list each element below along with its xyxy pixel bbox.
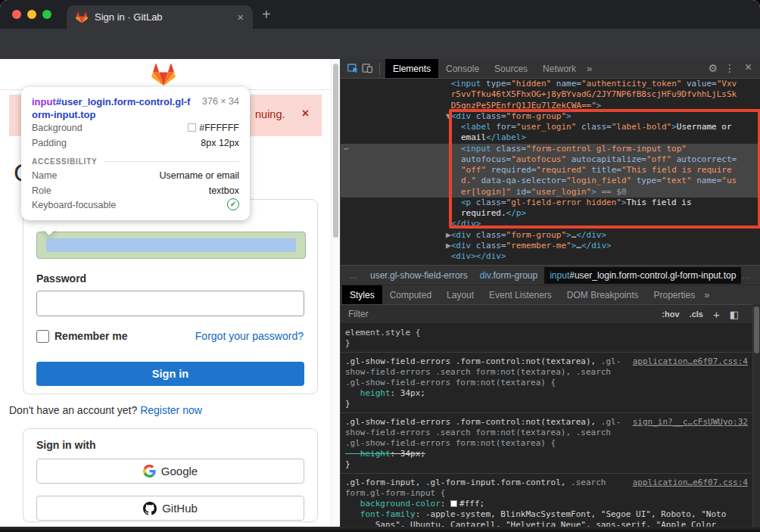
- css-rule-line: }: [345, 399, 752, 409]
- code-segment: form.gl-form-input {: [345, 488, 445, 498]
- devtools-tab-elements[interactable]: Elements: [385, 59, 438, 78]
- code-segment: .gl-show-field-errors .form-control:not(…: [345, 417, 601, 427]
- google-signin-button[interactable]: Google: [36, 459, 304, 484]
- code-segment: <input: [341, 79, 486, 89]
- css-rule[interactable]: .gl-form-input, .gl-form-input.form-cont…: [341, 474, 752, 527]
- username-input-inspect-highlight[interactable]: [36, 232, 306, 259]
- code-segment: </div>: [576, 230, 606, 240]
- css-rule[interactable]: .gl-show-field-errors .form-control:not(…: [341, 353, 752, 413]
- element-style-close: }: [345, 338, 752, 349]
- devtools-tab-console[interactable]: Console: [438, 59, 487, 78]
- dom-tree-line[interactable]: <input type="hidden" name="authenticity_…: [341, 79, 760, 89]
- styles-toggles: :hov .cls + ◧: [662, 308, 752, 321]
- styles-tab-computed[interactable]: Computed: [382, 285, 439, 305]
- breadcrumb-part: #user_login.form-control.gl-form-input.t…: [569, 270, 736, 281]
- styles-tab-layout[interactable]: Layout: [439, 285, 481, 305]
- styles-tab-styles[interactable]: Styles: [342, 285, 382, 305]
- stylesheet-source-link[interactable]: application…e6f07.css:4: [633, 356, 748, 367]
- tab-strip: Sign in · GitLab × +: [0, 0, 760, 29]
- property-label: Padding: [32, 136, 67, 151]
- gitlab-favicon-icon: [76, 11, 88, 23]
- settings-gear-icon[interactable]: ⚙: [708, 62, 718, 74]
- devtools-tab-sources[interactable]: Sources: [487, 59, 535, 78]
- code-segment: #fff;: [459, 499, 484, 509]
- traffic-light-minimize-button[interactable]: [27, 10, 36, 19]
- css-rule[interactable]: .gl-show-field-errors .form-control:not(…: [341, 413, 752, 474]
- toggle-hov[interactable]: :hov: [662, 310, 679, 319]
- accessibility-label: Name: [32, 169, 57, 184]
- styles-tab-event-listeners[interactable]: Event Listeners: [481, 285, 559, 305]
- node-overflow-dots-icon[interactable]: ⋯: [344, 144, 350, 154]
- more-tabs-icon[interactable]: »: [587, 63, 592, 74]
- toggle-cls[interactable]: .cls: [690, 310, 703, 319]
- browser-tab[interactable]: Sign in · GitLab ×: [67, 5, 253, 29]
- dom-tree-line[interactable]: ▶<div class="form-group">…</div>: [341, 230, 760, 241]
- code-segment: name=: [556, 79, 581, 89]
- register-text: Don't have an account yet?: [9, 404, 140, 416]
- breadcrumb-item[interactable]: …: [344, 267, 363, 284]
- devtools-panel: ElementsConsoleSourcesNetwork » ⚙ ⋮ × <i…: [340, 59, 760, 527]
- github-signin-button[interactable]: GitHub: [36, 496, 304, 521]
- dom-tree-line[interactable]: ▶<div class="remember-me">…</div>: [341, 241, 760, 251]
- styles-tab-dom-breakpoints[interactable]: DOM Breakpoints: [559, 285, 646, 305]
- alert-close-icon[interactable]: ×: [302, 107, 309, 120]
- color-swatch[interactable]: [450, 500, 457, 507]
- code-segment: show-field-errors .search form:not(texta…: [345, 428, 611, 437]
- device-toolbar-icon[interactable]: [361, 62, 374, 75]
- remember-me-checkbox[interactable]: [36, 330, 49, 343]
- css-rule-line: .gl-show-field-errors form:not(textarea)…: [345, 378, 752, 388]
- alert-text-fragment: nuing.: [255, 108, 285, 120]
- tooltip-title: input#user_login.form-control.gl-form-in…: [32, 95, 239, 121]
- breadcrumb-overflow-icon[interactable]: …: [742, 270, 757, 281]
- stylesheet-source-link[interactable]: application…e6f07.css:4: [633, 478, 748, 488]
- devtools-menu-icon[interactable]: ⋮: [724, 62, 735, 74]
- styles-more-tabs-icon[interactable]: »: [704, 289, 709, 300]
- code-segment: >: [566, 230, 572, 240]
- breadcrumb-item[interactable]: div.form-group: [475, 267, 543, 284]
- element-style-open: element.style {: [345, 328, 752, 338]
- forgot-password-link[interactable]: Forgot your password?: [195, 330, 304, 342]
- code-segment: <div: [451, 230, 476, 240]
- css-rule-line: show-field-errors .search form:not(texta…: [345, 367, 752, 378]
- sidebar-panel-icon[interactable]: ◧: [730, 309, 739, 320]
- stylesheet-source-link[interactable]: sign_in?__c…cFsUWUyo:32: [633, 417, 748, 428]
- traffic-light-close-button[interactable]: [12, 10, 21, 19]
- page-scrollbar-thumb[interactable]: [333, 64, 338, 238]
- dom-tree-line[interactable]: r5vvTfku46tX5FhxOG+j8yBYvadG/2JY7NP6fB8s…: [341, 89, 760, 100]
- section-divider: [104, 161, 239, 162]
- code-segment: Sans", Ubuntu, Cantarell, "Helvetica Neu…: [345, 520, 716, 527]
- tab-title: Sign in · GitLab: [95, 11, 237, 23]
- code-segment: .gl-: [601, 417, 621, 427]
- styles-filter-bar: Filter :hov .cls + ◧: [341, 304, 760, 323]
- tab-close-icon[interactable]: ×: [237, 11, 244, 23]
- devtools-close-icon[interactable]: ×: [745, 61, 752, 74]
- traffic-light-zoom-button[interactable]: [42, 10, 51, 19]
- code-segment: "Vxv: [717, 79, 737, 89]
- new-tab-button[interactable]: +: [262, 6, 271, 23]
- browser-window: Sign in · GitLab × + ← → gitlab.com/user…: [0, 0, 760, 532]
- code-segment: …: [576, 241, 581, 250]
- code-segment: </div>: [581, 241, 612, 250]
- breadcrumb-list: …user.gl-show-field-errorsdiv.form-group…: [344, 267, 741, 284]
- password-input[interactable]: [36, 291, 304, 316]
- page-scrollbar[interactable]: [331, 59, 340, 527]
- styles-filter-input[interactable]: Filter: [348, 309, 369, 319]
- inspect-content-box: [46, 238, 296, 252]
- inspect-element-icon[interactable]: [347, 62, 360, 75]
- breadcrumb-item[interactable]: user.gl-show-field-errors: [365, 267, 473, 284]
- css-rule-line: Sans", Ubuntu, Cantarell, "Helvetica Neu…: [345, 520, 752, 527]
- register-prompt: Don't have an account yet? Register now: [9, 404, 202, 416]
- breadcrumb-item[interactable]: input#user_login.form-control.gl-form-in…: [544, 267, 741, 284]
- register-now-link[interactable]: Register now: [140, 404, 202, 416]
- styles-tab-properties[interactable]: Properties: [646, 285, 703, 305]
- devtools-tab-network[interactable]: Network: [535, 59, 584, 78]
- dom-tree-line[interactable]: <div></div>: [341, 251, 760, 262]
- new-style-rule-icon[interactable]: +: [713, 308, 720, 321]
- code-segment: <div: [451, 241, 476, 250]
- code-segment: ▶: [341, 241, 451, 250]
- styles-scrollbar[interactable]: [752, 304, 760, 527]
- sign-in-button[interactable]: Sign in: [36, 362, 304, 386]
- code-segment: : 34px;: [391, 388, 425, 398]
- styles-scrollbar-thumb[interactable]: [754, 306, 759, 353]
- element-style-block[interactable]: element.style { }: [341, 324, 752, 353]
